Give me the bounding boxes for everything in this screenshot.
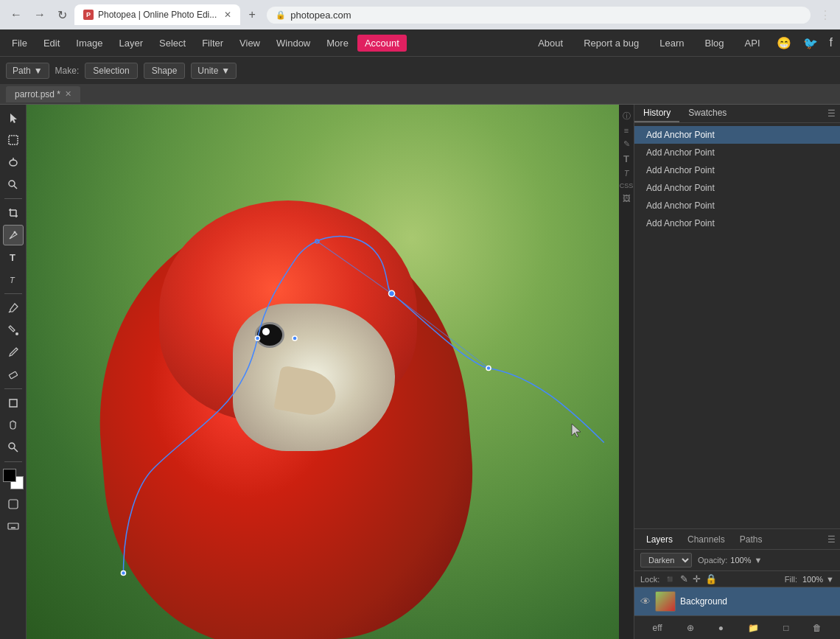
type-tool-icon[interactable]: T: [3, 247, 24, 268]
crop-tool-icon[interactable]: [3, 203, 24, 223]
menu-view[interactable]: View: [232, 35, 267, 52]
footer-folder-icon[interactable]: 📁: [748, 623, 759, 633]
tab-title: Photopea | Online Photo Edi...: [98, 10, 217, 20]
brush-strip-icon[interactable]: ✎: [623, 139, 630, 149]
history-item-3[interactable]: Add Anchor Point: [634, 161, 840, 179]
menu-layer[interactable]: Layer: [112, 35, 151, 52]
fill-chevron-icon[interactable]: ▼: [826, 575, 834, 584]
url-text: photopea.com: [290, 10, 351, 21]
type-tool-2-icon[interactable]: T: [3, 269, 24, 290]
css-strip-label[interactable]: CSS: [620, 182, 634, 189]
eyedropper-icon[interactable]: [3, 298, 24, 318]
footer-delete-icon[interactable]: 🗑: [813, 623, 822, 633]
info-strip-icon[interactable]: ⓘ: [623, 111, 631, 122]
reload-button[interactable]: ↻: [53, 5, 71, 25]
history-item-4[interactable]: Add Anchor Point: [634, 179, 840, 197]
canvas-area[interactable]: [27, 105, 619, 639]
menu-report[interactable]: Report a bug: [576, 35, 646, 52]
layers-tab[interactable]: Layers: [639, 531, 680, 548]
history-panel-collapse[interactable]: ☰: [823, 108, 840, 119]
menu-edit[interactable]: Edit: [36, 35, 67, 52]
menu-account[interactable]: Account: [357, 35, 407, 52]
move-tool-icon[interactable]: [3, 108, 24, 128]
menu-about[interactable]: About: [531, 35, 570, 52]
history-item-2[interactable]: Add Anchor Point: [634, 144, 840, 161]
menu-more[interactable]: More: [319, 35, 356, 52]
text-strip-icon-1[interactable]: T: [623, 153, 629, 164]
layer-visibility-icon[interactable]: 👁: [640, 596, 651, 607]
menu-window[interactable]: Window: [269, 35, 318, 52]
extensions-icon[interactable]: ⋮: [816, 7, 834, 24]
color-swatches[interactable]: [3, 469, 24, 489]
menu-api[interactable]: API: [738, 35, 768, 52]
opacity-chevron-icon[interactable]: ▼: [755, 556, 763, 565]
footer-new-layer-icon[interactable]: □: [783, 623, 788, 633]
shape-tool-icon[interactable]: [3, 393, 24, 413]
gradient-tool-icon[interactable]: [3, 494, 24, 514]
unite-chevron: ▼: [221, 66, 230, 76]
lock-move-icon[interactable]: ✛: [693, 573, 701, 584]
doc-tab[interactable]: parrot.psd * ✕: [6, 86, 80, 102]
swatches-tab[interactable]: Swatches: [679, 105, 735, 122]
footer-add-icon[interactable]: ⊕: [687, 623, 694, 633]
tool-type-chevron: ▼: [34, 66, 43, 76]
back-button[interactable]: ←: [6, 5, 27, 24]
menu-select[interactable]: Select: [152, 35, 193, 52]
reddit-icon[interactable]: 😁: [774, 35, 794, 52]
menu-image[interactable]: Image: [69, 35, 110, 52]
tool-type-label: Path: [13, 66, 31, 76]
forward-button[interactable]: →: [29, 5, 50, 24]
text-strip-icon-2[interactable]: T: [624, 169, 629, 178]
tab-favicon: P: [83, 10, 94, 20]
footer-adjust-icon[interactable]: ●: [718, 623, 724, 633]
paint-bucket-icon[interactable]: [3, 320, 24, 341]
channels-tab[interactable]: Channels: [680, 531, 732, 548]
quick-select-icon[interactable]: [3, 174, 24, 195]
layer-background[interactable]: 👁 Background: [634, 587, 840, 615]
twitter-icon[interactable]: 🐦: [800, 35, 821, 52]
lock-all-icon[interactable]: 🔒: [705, 573, 717, 584]
lock-pixels-icon[interactable]: ◾: [664, 573, 676, 584]
image-strip-icon[interactable]: 🖼: [623, 194, 631, 203]
selection-button[interactable]: Selection: [85, 63, 137, 79]
doc-tab-close[interactable]: ✕: [65, 89, 71, 99]
lasso-tool-icon[interactable]: [3, 152, 24, 172]
history-tab[interactable]: History: [634, 105, 679, 122]
keyboard-icon[interactable]: [3, 516, 24, 537]
menu-blog[interactable]: Blog: [698, 35, 732, 52]
layers-panel-collapse[interactable]: ☰: [827, 534, 836, 545]
pen-tool-icon[interactable]: [3, 225, 24, 245]
active-tab[interactable]: P Photopea | Online Photo Edi... ✕: [74, 4, 240, 25]
history-tabs: History Swatches: [634, 105, 823, 122]
menu-learn[interactable]: Learn: [652, 35, 691, 52]
svg-point-2: [10, 160, 17, 166]
address-bar[interactable]: 🔒 photopea.com: [267, 7, 811, 24]
lock-position-icon[interactable]: ✎: [680, 573, 688, 584]
unite-dropdown[interactable]: Unite ▼: [191, 63, 237, 79]
paths-tab[interactable]: Paths: [732, 531, 770, 548]
tab-close-button[interactable]: ✕: [224, 10, 231, 20]
menu-filter[interactable]: Filter: [195, 35, 231, 52]
adjust-strip-icon[interactable]: ≡: [624, 126, 629, 135]
footer-effects-icon[interactable]: eff: [653, 623, 662, 633]
history-item-1[interactable]: Add Anchor Point: [634, 126, 840, 144]
facebook-icon[interactable]: f: [827, 35, 836, 51]
marquee-tool-icon[interactable]: [3, 130, 24, 150]
history-item-6[interactable]: Add Anchor Point: [634, 214, 840, 232]
brush-tool-icon[interactable]: [3, 342, 24, 363]
eraser-icon[interactable]: [3, 364, 24, 385]
foreground-color[interactable]: [3, 469, 16, 482]
tool-divider-4: [4, 461, 22, 462]
svg-line-13: [9, 311, 10, 312]
history-item-5[interactable]: Add Anchor Point: [634, 197, 840, 214]
menu-file[interactable]: File: [4, 35, 35, 52]
shape-button[interactable]: Shape: [144, 63, 186, 79]
svg-point-4: [9, 181, 15, 186]
lock-fill-controls: Lock: ◾ ✎ ✛ 🔒 Fill: 100% ▼: [634, 571, 840, 587]
blend-mode-select[interactable]: Darken: [640, 553, 692, 568]
tool-type-selector[interactable]: Path ▼: [6, 63, 49, 79]
zoom-tool-icon[interactable]: [3, 437, 24, 458]
hand-tool-icon[interactable]: [3, 415, 24, 436]
new-tab-button[interactable]: +: [243, 6, 261, 24]
layer-name: Background: [680, 596, 834, 607]
